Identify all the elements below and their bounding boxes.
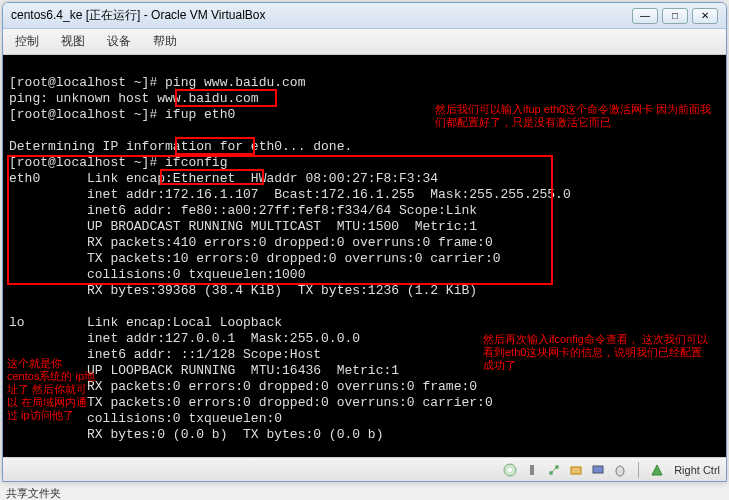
disc-icon[interactable] xyxy=(502,462,518,478)
svg-rect-6 xyxy=(571,467,581,474)
monitor-icon[interactable] xyxy=(590,462,606,478)
menu-help[interactable]: 帮助 xyxy=(149,31,181,52)
window-title: centos6.4_ke [正在运行] - Oracle VM VirtualB… xyxy=(11,7,632,24)
term-line: eth0 Link encap:Ethernet HWaddr 08:00:27… xyxy=(9,171,438,186)
menu-devices[interactable]: 设备 xyxy=(103,31,135,52)
term-line: UP BROADCAST RUNNING MULTICAST MTU:1500 … xyxy=(9,219,477,234)
menu-view[interactable]: 视图 xyxy=(57,31,89,52)
term-line: [root@localhost ~]# ping www.baidu.com xyxy=(9,75,305,90)
vm-window: centos6.4_ke [正在运行] - Oracle VM VirtualB… xyxy=(2,2,727,482)
minimize-button[interactable]: — xyxy=(632,8,658,24)
term-line: RX bytes:39368 (38.4 KiB) TX bytes:1236 … xyxy=(9,283,477,298)
svg-line-5 xyxy=(551,467,557,473)
term-line: RX bytes:0 (0.0 b) TX bytes:0 (0.0 b) xyxy=(9,427,383,442)
terminal[interactable]: [root@localhost ~]# ping www.baidu.com p… xyxy=(3,55,726,457)
folder-icon[interactable] xyxy=(568,462,584,478)
annotation-left-1: 这个就是你 centos系统的 ip地址了 然后你就可以 在局域网内通过 ip访… xyxy=(7,357,97,422)
term-line: inet6 addr: fe80::a00:27ff:fef8:f334/64 … xyxy=(9,203,477,218)
term-line: RX packets:410 errors:0 dropped:0 overru… xyxy=(9,235,493,250)
menu-control[interactable]: 控制 xyxy=(11,31,43,52)
term-line: TX packets:10 errors:0 dropped:0 overrun… xyxy=(9,251,500,266)
svg-point-1 xyxy=(508,468,512,472)
maximize-button[interactable]: □ xyxy=(662,8,688,24)
close-button[interactable]: ✕ xyxy=(692,8,718,24)
term-line: Determining IP information for eth0... d… xyxy=(9,139,352,154)
menubar: 控制 视图 设备 帮助 xyxy=(3,29,726,55)
term-line: collisions:0 txqueuelen:1000 xyxy=(9,267,305,282)
footer-label: 共享文件夹 xyxy=(0,484,729,500)
statusbar: Right Ctrl xyxy=(3,457,726,481)
term-line: lo Link encap:Local Loopback xyxy=(9,315,282,330)
svg-point-8 xyxy=(616,466,624,476)
window-controls: — □ ✕ xyxy=(632,8,718,24)
status-icons: Right Ctrl xyxy=(502,462,720,478)
divider xyxy=(638,462,639,478)
capture-icon[interactable] xyxy=(649,462,665,478)
mouse-icon[interactable] xyxy=(612,462,628,478)
usb-icon[interactable] xyxy=(524,462,540,478)
svg-rect-2 xyxy=(530,465,534,475)
term-line: ping: unknown host www.baidu.com xyxy=(9,91,259,106)
term-line: inet addr:172.16.1.107 Bcast:172.16.1.25… xyxy=(9,187,571,202)
svg-rect-7 xyxy=(593,466,603,473)
network-icon[interactable] xyxy=(546,462,562,478)
term-line: [root@localhost ~]# ifconfig xyxy=(9,155,227,170)
term-line: [root@localhost ~]# ifup eth0 xyxy=(9,107,235,122)
annotation-right-2: 然后再次输入ifconfig命令查看， 这次我们可以看到eth0这块网卡的信息，… xyxy=(483,333,713,372)
annotation-right-1: 然后我们可以输入ifup eth0这个命令激活网卡 因为前面我们都配置好了，只是… xyxy=(435,103,715,129)
titlebar: centos6.4_ke [正在运行] - Oracle VM VirtualB… xyxy=(3,3,726,29)
host-key-label: Right Ctrl xyxy=(674,464,720,476)
term-line: inet addr:127.0.0.1 Mask:255.0.0.0 xyxy=(9,331,360,346)
